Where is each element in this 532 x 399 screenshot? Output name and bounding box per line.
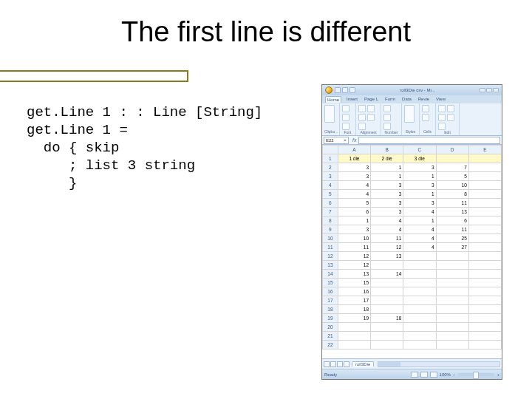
cell[interactable]: 11 bbox=[371, 234, 403, 243]
cell[interactable]: 3 bbox=[371, 199, 403, 208]
align-button[interactable] bbox=[358, 114, 366, 121]
cell[interactable] bbox=[436, 323, 468, 332]
cell[interactable] bbox=[468, 323, 501, 332]
cell[interactable]: 1 die bbox=[338, 154, 370, 163]
cell[interactable]: 18 bbox=[371, 314, 403, 323]
align-button[interactable] bbox=[367, 105, 375, 112]
cell[interactable]: 3 bbox=[338, 163, 370, 172]
cell[interactable]: 4 bbox=[338, 190, 370, 199]
cell[interactable] bbox=[403, 323, 436, 332]
cell[interactable] bbox=[436, 270, 468, 279]
align-button[interactable] bbox=[358, 105, 366, 112]
font-button[interactable] bbox=[342, 123, 349, 130]
fx-icon[interactable]: fx bbox=[352, 137, 356, 143]
cell[interactable] bbox=[403, 341, 436, 349]
cell[interactable] bbox=[371, 279, 403, 287]
cell[interactable] bbox=[371, 287, 403, 296]
sheet-tab[interactable]: roll3Die bbox=[352, 361, 374, 366]
cell[interactable] bbox=[403, 332, 436, 341]
clear-icon[interactable] bbox=[438, 114, 446, 121]
cell[interactable]: 3 die bbox=[403, 154, 436, 163]
cell[interactable]: 12 bbox=[338, 252, 370, 261]
row-header[interactable]: 6 bbox=[323, 199, 338, 208]
row-header[interactable]: 18 bbox=[323, 305, 338, 314]
tab-nav-prev-icon[interactable] bbox=[330, 361, 336, 367]
align-button[interactable] bbox=[358, 123, 366, 130]
sort-icon[interactable] bbox=[447, 114, 454, 121]
cell[interactable]: 4 bbox=[403, 225, 436, 234]
cell[interactable] bbox=[468, 243, 501, 252]
cell[interactable]: 13 bbox=[338, 270, 370, 279]
office-button[interactable] bbox=[325, 86, 332, 94]
ribbon-tab-view[interactable]: View bbox=[434, 96, 447, 103]
cell[interactable] bbox=[403, 296, 436, 305]
cell[interactable]: 25 bbox=[436, 234, 468, 243]
row-header[interactable]: 8 bbox=[323, 216, 338, 225]
cell[interactable] bbox=[468, 314, 501, 323]
find-icon[interactable] bbox=[438, 123, 446, 130]
cell[interactable] bbox=[403, 261, 436, 270]
cell[interactable] bbox=[338, 341, 370, 349]
ribbon-tab-insert[interactable]: Insert bbox=[345, 96, 359, 103]
cell[interactable] bbox=[436, 252, 468, 261]
ribbon-tab-formulas[interactable]: Form bbox=[383, 96, 397, 103]
cell[interactable]: 6 bbox=[436, 216, 468, 225]
cell[interactable] bbox=[468, 332, 501, 341]
cell[interactable]: 4 bbox=[371, 225, 403, 234]
paste-button[interactable] bbox=[324, 105, 335, 123]
cell[interactable] bbox=[403, 305, 436, 314]
zoom-slider[interactable] bbox=[457, 373, 494, 376]
ribbon-tab-review[interactable]: Revie bbox=[417, 96, 431, 103]
cell[interactable]: 17 bbox=[338, 296, 370, 305]
number-button[interactable] bbox=[383, 105, 391, 112]
cell[interactable] bbox=[468, 163, 501, 172]
select-all[interactable] bbox=[323, 146, 338, 154]
cell[interactable] bbox=[436, 332, 468, 341]
row-header[interactable]: 22 bbox=[323, 341, 338, 349]
number-button[interactable] bbox=[383, 114, 391, 121]
ribbon-tab-page-layout[interactable]: Page L bbox=[363, 96, 380, 103]
cell[interactable]: 4 bbox=[403, 208, 436, 216]
view-normal-icon[interactable] bbox=[411, 372, 418, 378]
styles-button[interactable] bbox=[404, 105, 415, 123]
cell[interactable]: 8 bbox=[436, 190, 468, 199]
cell[interactable] bbox=[468, 154, 501, 163]
tab-nav-last-icon[interactable] bbox=[344, 361, 349, 367]
qat-redo-icon[interactable] bbox=[349, 87, 355, 93]
row-header[interactable]: 14 bbox=[323, 270, 338, 279]
cell[interactable]: 10 bbox=[338, 234, 370, 243]
cell[interactable]: 12 bbox=[371, 243, 403, 252]
cell[interactable]: 3 bbox=[338, 172, 370, 181]
cell[interactable] bbox=[468, 172, 501, 181]
cell[interactable] bbox=[436, 261, 468, 270]
font-button[interactable] bbox=[342, 105, 349, 112]
cell[interactable]: 14 bbox=[371, 270, 403, 279]
cell[interactable] bbox=[371, 341, 403, 349]
cell[interactable] bbox=[371, 332, 403, 341]
tab-nav-next-icon[interactable] bbox=[337, 361, 343, 367]
row-header[interactable]: 4 bbox=[323, 181, 338, 190]
cell[interactable] bbox=[468, 296, 501, 305]
cell[interactable]: 10 bbox=[436, 181, 468, 190]
cell[interactable] bbox=[338, 323, 370, 332]
cells-button[interactable] bbox=[422, 114, 429, 121]
cell[interactable] bbox=[371, 296, 403, 305]
cell[interactable]: 13 bbox=[371, 252, 403, 261]
row-header[interactable]: 1 bbox=[323, 154, 338, 163]
cell[interactable]: 4 bbox=[338, 181, 370, 190]
cell[interactable]: 5 bbox=[436, 172, 468, 181]
sheet-grid[interactable]: A B C D E 11 die2 die3 die23137331154433… bbox=[322, 145, 502, 358]
cell[interactable]: 3 bbox=[371, 181, 403, 190]
cell[interactable] bbox=[468, 208, 501, 216]
row-header[interactable]: 16 bbox=[323, 287, 338, 296]
zoom-out-icon[interactable]: − bbox=[453, 372, 456, 377]
cell[interactable]: 11 bbox=[436, 199, 468, 208]
maximize-button[interactable] bbox=[486, 88, 492, 92]
qat-undo-icon[interactable] bbox=[342, 87, 348, 93]
qat-save-icon[interactable] bbox=[335, 87, 341, 93]
cell[interactable]: 3 bbox=[403, 163, 436, 172]
cell[interactable] bbox=[468, 234, 501, 243]
col-header[interactable]: A bbox=[338, 146, 370, 154]
row-header[interactable]: 21 bbox=[323, 332, 338, 341]
row-header[interactable]: 17 bbox=[323, 296, 338, 305]
